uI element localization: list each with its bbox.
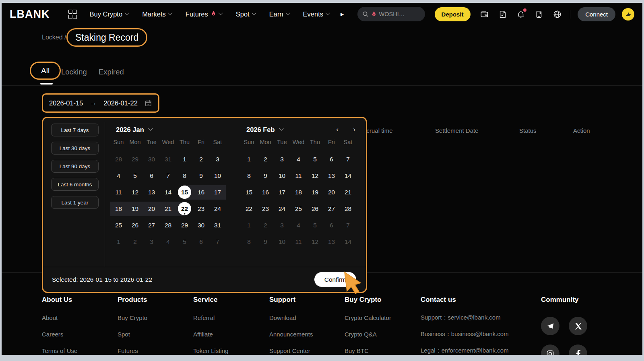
day-cell[interactable]: 29 — [176, 218, 193, 233]
footer-link[interactable]: Support Center — [269, 342, 313, 355]
day-cell[interactable]: 22 — [241, 202, 257, 216]
day-cell[interactable]: 5 — [176, 235, 193, 249]
day-cell[interactable]: 5 — [127, 169, 143, 183]
tab-locking[interactable]: Locking — [61, 68, 87, 76]
day-cell[interactable]: 8 — [241, 169, 257, 183]
footer-link[interactable]: Spot — [118, 326, 147, 342]
day-cell[interactable]: 23 — [193, 202, 209, 216]
day-cell[interactable]: 13 — [323, 169, 340, 183]
day-cell[interactable]: 26 — [307, 202, 323, 216]
footer-link[interactable]: Announcements — [269, 326, 313, 342]
day-cell[interactable]: 14 — [160, 185, 176, 200]
day-cell[interactable]: 12 — [127, 185, 143, 200]
day-cell[interactable]: 28 — [340, 202, 356, 216]
footer-link[interactable]: Referral — [193, 309, 229, 326]
quick-range-last-7-days[interactable]: Last 7 days — [51, 124, 99, 136]
search-input[interactable]: WOSHI… — [357, 7, 425, 21]
confirm-button[interactable]: Confirm — [314, 272, 356, 287]
day-cell[interactable]: 19 — [307, 185, 323, 200]
footer-link[interactable]: Affiliate — [193, 326, 229, 342]
day-cell[interactable]: 4 — [290, 218, 307, 233]
day-cell[interactable]: 10 — [209, 169, 226, 183]
day-cell[interactable]: 22 — [176, 202, 193, 216]
day-cell[interactable]: 7 — [340, 218, 356, 233]
footer-link[interactable]: Legal：enforcement@lbank.com — [421, 342, 509, 355]
x-icon[interactable] — [569, 317, 587, 335]
day-cell[interactable]: 31 — [209, 218, 226, 233]
tab-expired[interactable]: Expired — [99, 68, 124, 76]
footer-link[interactable]: Crypto Calculator — [345, 309, 391, 326]
day-cell[interactable]: 7 — [160, 169, 176, 183]
month-title[interactable]: 2026 Feb — [246, 126, 275, 134]
day-cell[interactable]: 5 — [307, 152, 323, 167]
day-cell[interactable]: 16 — [193, 185, 209, 200]
nav-item-markets[interactable]: Markets — [142, 10, 172, 18]
day-cell[interactable]: 21 — [160, 202, 176, 216]
day-cell[interactable]: 17 — [209, 185, 226, 200]
footer-link[interactable]: Token Listing — [193, 342, 229, 355]
day-cell[interactable]: 31 — [160, 152, 176, 167]
nav-item-earn[interactable]: Earn — [269, 10, 289, 18]
notifications-bell-icon[interactable] — [516, 10, 525, 19]
day-cell[interactable]: 3 — [274, 152, 290, 167]
day-cell[interactable]: 11 — [290, 169, 307, 183]
day-cell[interactable]: 20 — [143, 202, 160, 216]
footer-link[interactable]: Buy Crypto — [118, 309, 147, 326]
app-download-icon[interactable] — [535, 10, 543, 19]
day-cell[interactable]: 27 — [323, 202, 340, 216]
day-cell[interactable]: 14 — [340, 235, 356, 249]
day-cell[interactable]: 30 — [193, 218, 209, 233]
day-cell[interactable]: 26 — [127, 218, 143, 233]
day-cell[interactable]: 21 — [340, 185, 356, 200]
day-cell[interactable]: 30 — [143, 152, 160, 167]
day-cell[interactable]: 9 — [257, 169, 274, 183]
day-cell[interactable]: 6 — [323, 218, 340, 233]
nav-item-buy-crypto[interactable]: Buy Crypto — [90, 10, 129, 18]
day-cell[interactable]: 9 — [257, 235, 274, 249]
footer-link[interactable]: Careers — [42, 326, 77, 342]
month-title[interactable]: 2026 Jan — [116, 126, 144, 134]
nav-item-futures[interactable]: Futures — [186, 10, 222, 18]
instagram-icon[interactable] — [541, 344, 559, 355]
start-date-value[interactable]: 2026-01-15 — [49, 99, 83, 107]
day-cell[interactable]: 10 — [274, 235, 290, 249]
day-cell[interactable]: 6 — [193, 235, 209, 249]
tab-all[interactable]: All — [30, 62, 61, 80]
quick-range-last-30-days[interactable]: Last 30 days — [51, 142, 99, 155]
day-cell[interactable]: 1 — [176, 152, 193, 167]
day-cell[interactable]: 23 — [257, 202, 274, 216]
day-cell[interactable]: 20 — [323, 185, 340, 200]
day-cell[interactable]: 28 — [110, 152, 127, 167]
day-cell[interactable]: 1 — [241, 218, 257, 233]
quick-range-last-6-months[interactable]: Last 6 months — [51, 178, 99, 191]
nav-more-icon[interactable]: ▶ — [341, 12, 344, 17]
day-cell[interactable]: 2 — [257, 152, 274, 167]
lbank-logo[interactable]: LBANK — [10, 8, 50, 21]
day-cell[interactable]: 3 — [274, 218, 290, 233]
day-cell[interactable]: 15 — [241, 185, 257, 200]
day-cell[interactable]: 8 — [241, 235, 257, 249]
day-cell[interactable]: 19 — [127, 202, 143, 216]
breadcrumb[interactable]: Locked / — [42, 34, 66, 41]
day-cell[interactable]: 1 — [241, 152, 257, 167]
day-cell[interactable]: 6 — [323, 152, 340, 167]
day-cell[interactable]: 15 — [176, 185, 193, 200]
day-cell[interactable]: 3 — [143, 235, 160, 249]
day-cell[interactable]: 6 — [143, 169, 160, 183]
day-cell[interactable]: 3 — [209, 152, 226, 167]
quick-range-last-1-year[interactable]: Last 1 year — [51, 196, 99, 209]
date-range-input[interactable]: 2026-01-15 → 2026-01-22 — [42, 93, 159, 113]
day-cell[interactable]: 29 — [127, 152, 143, 167]
day-cell[interactable]: 14 — [340, 169, 356, 183]
day-cell[interactable]: 11 — [110, 185, 127, 200]
next-month-icon[interactable]: › — [353, 126, 355, 134]
orders-document-icon[interactable] — [498, 10, 507, 19]
day-cell[interactable]: 18 — [290, 185, 307, 200]
day-cell[interactable]: 2 — [257, 218, 274, 233]
day-cell[interactable]: 8 — [176, 169, 193, 183]
day-cell[interactable]: 4 — [110, 169, 127, 183]
wallet-icon[interactable] — [480, 10, 489, 19]
day-cell[interactable]: 16 — [257, 185, 274, 200]
user-avatar[interactable] — [622, 8, 634, 21]
day-cell[interactable]: 7 — [340, 152, 356, 167]
